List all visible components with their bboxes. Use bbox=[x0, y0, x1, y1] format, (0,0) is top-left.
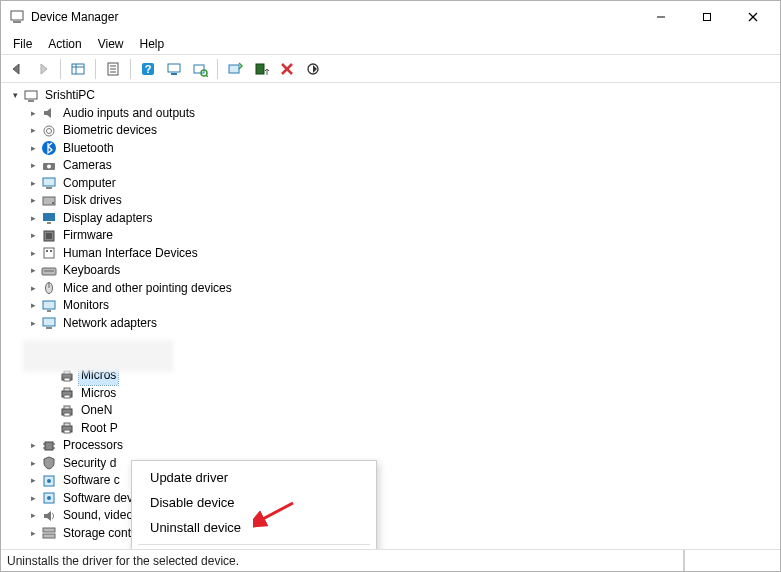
tree-twisty[interactable] bbox=[25, 245, 41, 263]
svg-rect-62 bbox=[64, 430, 70, 433]
tree-node[interactable]: Monitors bbox=[3, 297, 780, 315]
svg-rect-48 bbox=[47, 310, 51, 312]
scan-hardware-button[interactable] bbox=[188, 58, 212, 80]
device-manager-button[interactable] bbox=[162, 58, 186, 80]
context-menu-separator bbox=[138, 544, 370, 545]
statusbar: Uninstalls the driver for the selected d… bbox=[1, 549, 780, 571]
tree-twisty[interactable] bbox=[25, 507, 41, 525]
menu-help[interactable]: Help bbox=[132, 35, 173, 53]
tree-node[interactable]: Firmware bbox=[3, 227, 780, 245]
menu-file[interactable]: File bbox=[5, 35, 40, 53]
tree-twisty[interactable] bbox=[25, 140, 41, 158]
svg-rect-0 bbox=[11, 11, 23, 20]
tree-node-label: OneN bbox=[79, 402, 114, 420]
device-manager-window: Device Manager File Action View Help ? S… bbox=[0, 0, 781, 572]
tree-twisty[interactable] bbox=[25, 490, 41, 508]
tree-node[interactable]: Audio inputs and outputs bbox=[3, 105, 780, 123]
tree-node[interactable]: Display adapters bbox=[3, 210, 780, 228]
tree-twisty[interactable] bbox=[25, 262, 41, 280]
back-button[interactable] bbox=[5, 58, 29, 80]
svg-rect-58 bbox=[64, 406, 70, 409]
svg-point-31 bbox=[47, 164, 51, 168]
tree-node[interactable]: Network adapters bbox=[3, 315, 780, 333]
software-icon bbox=[41, 490, 57, 506]
tree-twisty[interactable] bbox=[25, 192, 41, 210]
tree-node[interactable]: Bluetooth bbox=[3, 140, 780, 158]
tree-twisty[interactable] bbox=[25, 455, 41, 473]
svg-rect-25 bbox=[25, 91, 37, 99]
firmware-icon bbox=[41, 228, 57, 244]
svg-rect-73 bbox=[43, 534, 55, 538]
menu-action[interactable]: Action bbox=[40, 35, 89, 53]
tree-node[interactable]: Processors bbox=[3, 437, 780, 455]
svg-rect-49 bbox=[43, 318, 55, 326]
mouse-icon bbox=[41, 280, 57, 296]
security-icon bbox=[41, 455, 57, 471]
display-icon bbox=[41, 210, 57, 226]
menu-view[interactable]: View bbox=[90, 35, 132, 53]
disable-button[interactable] bbox=[301, 58, 325, 80]
tree-node[interactable]: Storage controllers bbox=[3, 525, 780, 543]
tree-twisty[interactable] bbox=[25, 315, 41, 333]
tree-node[interactable]: Computer bbox=[3, 175, 780, 193]
tree-node[interactable]: Root P bbox=[3, 420, 780, 438]
tree-twisty[interactable] bbox=[25, 175, 41, 193]
tree-twisty[interactable] bbox=[25, 157, 41, 175]
tree-node-label: Human Interface Devices bbox=[61, 245, 200, 263]
uninstall-button[interactable] bbox=[275, 58, 299, 80]
maximize-button[interactable] bbox=[684, 2, 730, 32]
toolbar: ? bbox=[1, 55, 780, 83]
tree-node[interactable]: SrishtiPC bbox=[3, 87, 780, 105]
context-menu-item[interactable]: Uninstall device bbox=[132, 515, 376, 540]
tree-twisty[interactable] bbox=[25, 437, 41, 455]
tree-node[interactable]: Security d bbox=[3, 455, 780, 473]
svg-rect-55 bbox=[64, 388, 70, 391]
minimize-button[interactable] bbox=[638, 2, 684, 32]
tree-twisty[interactable] bbox=[25, 210, 41, 228]
svg-rect-26 bbox=[28, 100, 34, 102]
svg-line-19 bbox=[206, 75, 208, 77]
tree-node[interactable]: Biometric devices bbox=[3, 122, 780, 140]
svg-rect-6 bbox=[72, 64, 84, 74]
tree-twisty[interactable] bbox=[25, 227, 41, 245]
update-driver-button[interactable] bbox=[223, 58, 247, 80]
device-tree-pane[interactable]: SrishtiPCAudio inputs and outputsBiometr… bbox=[1, 83, 780, 549]
tree-twisty[interactable] bbox=[25, 297, 41, 315]
app-icon bbox=[9, 9, 25, 25]
tree-twisty[interactable] bbox=[25, 105, 41, 123]
tree-node[interactable]: OneN bbox=[3, 402, 780, 420]
svg-rect-47 bbox=[43, 301, 55, 309]
tree-twisty[interactable] bbox=[25, 472, 41, 490]
hid-icon bbox=[41, 245, 57, 261]
svg-rect-1 bbox=[13, 21, 21, 23]
disk-icon bbox=[41, 193, 57, 209]
tree-node[interactable]: Sound, video and game controllers bbox=[3, 507, 780, 525]
svg-rect-17 bbox=[194, 65, 204, 73]
tree-twisty[interactable] bbox=[25, 280, 41, 298]
context-menu-item[interactable]: Update driver bbox=[132, 465, 376, 490]
show-hidden-button[interactable] bbox=[66, 58, 90, 80]
tree-node[interactable]: Micros bbox=[3, 385, 780, 403]
svg-rect-39 bbox=[46, 233, 52, 239]
tree-node-label: Keyboards bbox=[61, 262, 122, 280]
tree-twisty[interactable] bbox=[25, 122, 41, 140]
tree-node[interactable]: Human Interface Devices bbox=[3, 245, 780, 263]
tree-node[interactable]: Software devices bbox=[3, 490, 780, 508]
sound-icon bbox=[41, 508, 57, 524]
tree-node-label: Security d bbox=[61, 455, 118, 473]
tree-twisty[interactable] bbox=[7, 87, 23, 105]
close-button[interactable] bbox=[730, 2, 776, 32]
add-legacy-button[interactable] bbox=[249, 58, 273, 80]
forward-button[interactable] bbox=[31, 58, 55, 80]
tree-node[interactable]: Keyboards bbox=[3, 262, 780, 280]
tree-node-label: Display adapters bbox=[61, 210, 154, 228]
context-menu-item[interactable]: Disable device bbox=[132, 490, 376, 515]
help-button[interactable]: ? bbox=[136, 58, 160, 80]
tree-node[interactable]: Disk drives bbox=[3, 192, 780, 210]
tree-node[interactable]: Software c bbox=[3, 472, 780, 490]
tree-node[interactable]: Cameras bbox=[3, 157, 780, 175]
tree-twisty[interactable] bbox=[25, 525, 41, 543]
properties-button[interactable] bbox=[101, 58, 125, 80]
svg-rect-50 bbox=[46, 327, 52, 329]
tree-node[interactable]: Mice and other pointing devices bbox=[3, 280, 780, 298]
